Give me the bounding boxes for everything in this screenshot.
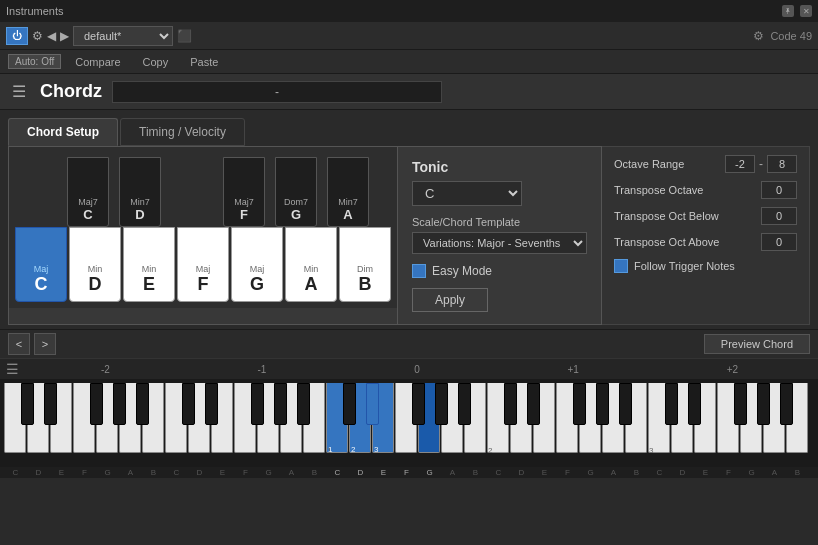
piano-black-key-C#3[interactable] bbox=[504, 383, 517, 425]
lower-type-g: Maj bbox=[250, 264, 265, 274]
piano-black-key-F#1[interactable] bbox=[251, 383, 264, 425]
piano-black-key-F#0[interactable] bbox=[90, 383, 103, 425]
power-button[interactable]: ⏻ bbox=[6, 27, 28, 45]
octave-range-label: Octave Range bbox=[614, 158, 725, 170]
piano-black-key-D#2[interactable] bbox=[366, 383, 379, 425]
upper-type-c: Maj7 bbox=[78, 197, 98, 207]
tonic-select[interactable]: C C# D bbox=[412, 181, 522, 206]
lower-type-b: Dim bbox=[357, 264, 373, 274]
lower-note-f: F bbox=[198, 274, 209, 295]
piano-black-key-C#1[interactable] bbox=[182, 383, 195, 425]
note-label-B2: B bbox=[464, 468, 487, 477]
upper-key-g[interactable]: Dom7 G bbox=[275, 157, 317, 227]
title-bar-right: 🖈 ✕ bbox=[782, 5, 812, 17]
note-label-E4: E bbox=[694, 468, 717, 477]
toolbar2: Auto: Off Compare Copy Paste bbox=[0, 50, 818, 74]
transpose-oct-above-value[interactable] bbox=[761, 233, 797, 251]
toolbar: ⏻ ⚙ ◀ ▶ default* ⬛ ⚙ Code 49 bbox=[0, 22, 818, 50]
piano-black-key-D#3[interactable] bbox=[527, 383, 540, 425]
transpose-oct-above-row: Transpose Oct Above bbox=[614, 233, 797, 251]
transpose-oct-below-value[interactable] bbox=[761, 207, 797, 225]
chord-settings-panel: Tonic C C# D Scale/Chord Template Variat… bbox=[398, 147, 601, 324]
upper-key-c[interactable]: Maj7 C bbox=[67, 157, 109, 227]
gear-icon: ⚙ bbox=[753, 29, 764, 43]
lower-key-g[interactable]: Maj G bbox=[231, 227, 283, 302]
note-labels-row: CDEFGABCDEFGABCDEFGABCDEFGABCDEFGAB bbox=[0, 467, 818, 478]
preset-select[interactable]: default* bbox=[73, 26, 173, 46]
lower-key-c[interactable]: Maj C bbox=[15, 227, 67, 302]
note-label-G3: G bbox=[579, 468, 602, 477]
paste-button[interactable]: Paste bbox=[182, 55, 226, 69]
octave-range-max[interactable] bbox=[767, 155, 797, 173]
preview-chord-button[interactable]: Preview Chord bbox=[704, 334, 810, 354]
piano-black-key-D#4[interactable] bbox=[688, 383, 701, 425]
transpose-oct-below-label: Transpose Oct Below bbox=[614, 210, 761, 222]
octave-label-p2: +2 bbox=[727, 364, 738, 375]
piano-black-key-C#0[interactable] bbox=[21, 383, 34, 425]
piano-black-key-F#3[interactable] bbox=[573, 383, 586, 425]
upper-key-a[interactable]: Min7 A bbox=[327, 157, 369, 227]
note-label-A2: A bbox=[441, 468, 464, 477]
upper-key-f[interactable]: Maj7 F bbox=[223, 157, 265, 227]
upper-key-d[interactable]: Min7 D bbox=[119, 157, 161, 227]
octave-label-p1: +1 bbox=[568, 364, 579, 375]
piano-black-key-G#1[interactable] bbox=[274, 383, 287, 425]
piano-black-key-A#1[interactable] bbox=[297, 383, 310, 425]
piano-black-key-A#3[interactable] bbox=[619, 383, 632, 425]
lower-type-f: Maj bbox=[196, 264, 211, 274]
piano-black-key-A#2[interactable] bbox=[458, 383, 471, 425]
transpose-octave-value[interactable] bbox=[761, 181, 797, 199]
scale-select[interactable]: Variations: Major - Sevenths Major Minor bbox=[412, 232, 587, 254]
piano-black-key-F#4[interactable] bbox=[734, 383, 747, 425]
tab-timing-velocity[interactable]: Timing / Velocity bbox=[120, 118, 245, 146]
note-label-E2: E bbox=[372, 468, 395, 477]
piano-black-key-D#1[interactable] bbox=[205, 383, 218, 425]
piano-black-key-G#3[interactable] bbox=[596, 383, 609, 425]
octave-range-min[interactable] bbox=[725, 155, 755, 173]
easy-mode-checkbox[interactable] bbox=[412, 264, 426, 278]
prev-button[interactable]: < bbox=[8, 333, 30, 355]
lower-key-a[interactable]: Min A bbox=[285, 227, 337, 302]
note-label-A0: A bbox=[119, 468, 142, 477]
follow-trigger-checkbox[interactable] bbox=[614, 259, 628, 273]
piano-black-key-C#4[interactable] bbox=[665, 383, 678, 425]
copy-button[interactable]: Copy bbox=[135, 55, 177, 69]
upper-type-d: Min7 bbox=[130, 197, 150, 207]
upper-note-f: F bbox=[240, 207, 248, 222]
apply-button[interactable]: Apply bbox=[412, 288, 488, 312]
piano-black-key-C#2[interactable] bbox=[343, 383, 356, 425]
search-input[interactable] bbox=[112, 81, 442, 103]
note-label-G1: G bbox=[257, 468, 280, 477]
lower-note-b: B bbox=[359, 274, 372, 295]
pin-button[interactable]: 🖈 bbox=[782, 5, 794, 17]
close-button[interactable]: ✕ bbox=[800, 5, 812, 17]
lower-key-d[interactable]: Min D bbox=[69, 227, 121, 302]
list-icon[interactable]: ☰ bbox=[6, 361, 19, 377]
next-button[interactable]: > bbox=[34, 333, 56, 355]
piano-black-key-F#2[interactable] bbox=[412, 383, 425, 425]
main-area: Maj7 C Min7 D Maj7 F Dom7 G bbox=[0, 146, 818, 329]
note-label-G0: G bbox=[96, 468, 119, 477]
octave-labels: -2 -1 0 +1 +2 bbox=[27, 364, 812, 375]
settings-icon: ⚙ bbox=[32, 29, 43, 43]
lower-key-f[interactable]: Maj F bbox=[177, 227, 229, 302]
lower-key-b[interactable]: Dim B bbox=[339, 227, 391, 302]
scale-label: Scale/Chord Template bbox=[412, 216, 587, 228]
upper-type-g: Dom7 bbox=[284, 197, 308, 207]
lower-key-e[interactable]: Min E bbox=[123, 227, 175, 302]
code-label: ⚙ Code 49 bbox=[753, 29, 812, 43]
tab-chord-setup[interactable]: Chord Setup bbox=[8, 118, 118, 146]
piano-black-key-A#4[interactable] bbox=[780, 383, 793, 425]
compare-button[interactable]: Compare bbox=[67, 55, 128, 69]
piano-black-key-G#2[interactable] bbox=[435, 383, 448, 425]
piano-black-key-A#0[interactable] bbox=[136, 383, 149, 425]
piano-keys-container: 123123 bbox=[0, 379, 818, 467]
piano-black-key-D#0[interactable] bbox=[44, 383, 57, 425]
piano-black-key-G#4[interactable] bbox=[757, 383, 770, 425]
lower-note-c: C bbox=[35, 274, 48, 295]
piano-black-key-G#0[interactable] bbox=[113, 383, 126, 425]
auto-off-button[interactable]: Auto: Off bbox=[8, 54, 61, 69]
note-label-A4: A bbox=[763, 468, 786, 477]
lower-type-a: Min bbox=[304, 264, 319, 274]
hamburger-icon[interactable]: ☰ bbox=[12, 82, 26, 101]
